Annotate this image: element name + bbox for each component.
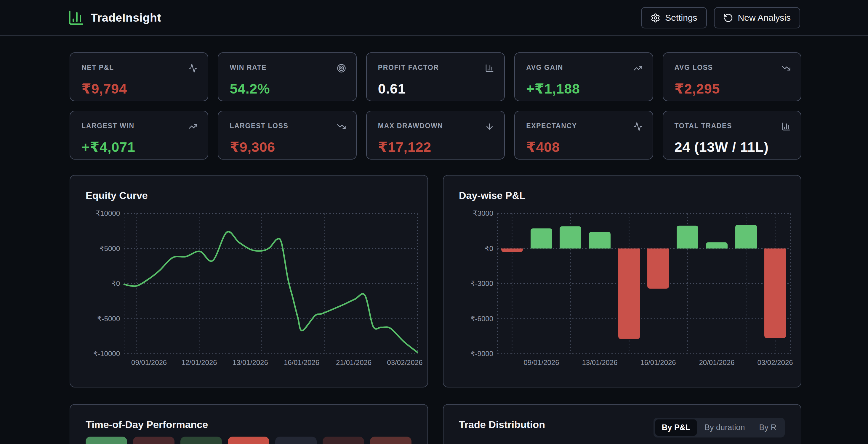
stat-card-win-rate: WIN RATE54.2% xyxy=(218,53,356,101)
trending-up-icon xyxy=(633,64,643,74)
settings-button-label: Settings xyxy=(665,13,697,23)
brand: TradeInsight xyxy=(67,9,161,26)
time-of-day-heatmap xyxy=(86,437,411,444)
stat-value: ₹9,306 xyxy=(229,139,346,155)
equity-curve-plot: ₹10000₹5000₹0₹-5000₹-1000009/01/202612/0… xyxy=(70,175,428,387)
daywise-bar xyxy=(706,242,727,249)
stat-label: LARGEST WIN xyxy=(82,122,134,130)
heatmap-tile xyxy=(86,437,127,444)
y-axis-tick-label: ₹10000 xyxy=(70,209,120,217)
daywise-bar xyxy=(531,229,552,249)
daywise-bar xyxy=(764,249,786,338)
trending-down-icon xyxy=(337,122,346,132)
daywise-bar xyxy=(618,249,640,339)
y-axis-tick-label: ₹-10000 xyxy=(70,349,120,358)
x-axis-tick-label: 09/01/2026 xyxy=(512,358,571,367)
activity-icon xyxy=(188,64,197,74)
x-axis-tick-label: 13/01/2026 xyxy=(570,358,629,367)
distribution-caption: How many trades fall in each P&L bucket … xyxy=(460,443,684,444)
stat-value: 54.2% xyxy=(229,80,346,97)
y-axis-tick-label: ₹0 xyxy=(443,244,493,253)
stat-label: AVG LOSS xyxy=(675,64,713,72)
y-axis-tick-label: ₹-3000 xyxy=(443,279,493,288)
trending-up-icon xyxy=(188,122,197,132)
equity-curve-card: Equity Curve ₹10000₹5000₹0₹-5000₹-100000… xyxy=(70,175,428,387)
new-analysis-button-label: New Analysis xyxy=(738,13,791,23)
stat-card-profit-factor: PROFIT FACTOR0.61 xyxy=(366,53,505,101)
daywise-bar xyxy=(647,249,669,288)
heatmap-tile xyxy=(180,437,222,444)
stat-value: +₹1,188 xyxy=(526,80,642,97)
daywise-pnl-card: Day-wise P&L ₹3000₹0₹-3000₹-6000₹-900009… xyxy=(443,175,801,387)
heatmap-tile xyxy=(322,437,364,444)
stat-label: NET P&L xyxy=(82,64,114,72)
daywise-bar xyxy=(560,226,581,248)
stat-card-avg-loss: AVG LOSS₹2,295 xyxy=(663,53,801,101)
bottom-row: Time-of-Day Performance Trade Distributi… xyxy=(70,404,801,444)
stat-label: PROFIT FACTOR xyxy=(378,64,439,72)
y-axis-tick-label: ₹5000 xyxy=(70,244,120,253)
gear-icon xyxy=(651,13,660,23)
distribution-tabs: By P&L By duration By R xyxy=(653,418,785,438)
time-of-day-title: Time-of-Day Performance xyxy=(86,419,208,431)
tab-by-r[interactable]: By R xyxy=(752,419,783,436)
y-axis-tick-label: ₹-5000 xyxy=(70,315,120,323)
stat-card-avg-gain: AVG GAIN+₹1,188 xyxy=(514,53,653,101)
stat-value: +₹4,071 xyxy=(82,139,197,155)
stat-value: ₹2,295 xyxy=(675,80,791,97)
trade-distribution-card: Trade Distribution By P&L By duration By… xyxy=(443,404,801,444)
daywise-bar xyxy=(735,225,757,248)
heatmap-tile xyxy=(228,437,269,444)
charts-row: Equity Curve ₹10000₹5000₹0₹-5000₹-100000… xyxy=(70,175,801,387)
stat-label: LARGEST LOSS xyxy=(229,122,288,130)
x-axis-tick-label: 13/01/2026 xyxy=(221,358,280,367)
x-axis-tick-label: 21/01/2026 xyxy=(324,358,383,367)
heatmap-tile xyxy=(275,437,317,444)
stat-label: AVG GAIN xyxy=(526,64,563,72)
stat-value: ₹408 xyxy=(526,139,642,155)
stat-card-largest-win: LARGEST WIN+₹4,071 xyxy=(70,111,208,160)
dashboard-main: NET P&L₹9,794WIN RATE54.2%PROFIT FACTOR0… xyxy=(0,36,868,444)
stat-value: 0.61 xyxy=(378,80,494,97)
y-axis-tick-label: ₹3000 xyxy=(443,209,493,217)
x-axis-tick-label: 20/01/2026 xyxy=(687,358,747,367)
stat-label: WIN RATE xyxy=(229,64,267,72)
y-axis-tick-label: ₹0 xyxy=(70,279,120,288)
heatmap-tile xyxy=(133,437,175,444)
daywise-bar xyxy=(677,226,698,248)
logo-bar-chart-icon xyxy=(67,9,85,26)
stats-grid: NET P&L₹9,794WIN RATE54.2%PROFIT FACTOR0… xyxy=(70,53,801,160)
x-axis-tick-label: 16/01/2026 xyxy=(629,358,688,367)
daywise-bar xyxy=(589,232,611,248)
x-axis-tick-label: 03/02/2026 xyxy=(746,358,805,367)
heatmap-tile xyxy=(370,437,411,444)
stat-card-net-p-l: NET P&L₹9,794 xyxy=(70,53,208,101)
bar-chart-icon xyxy=(485,64,494,74)
activity-icon xyxy=(633,122,643,132)
stat-card-largest-loss: LARGEST LOSS₹9,306 xyxy=(218,111,356,160)
x-axis-tick-label: 16/01/2026 xyxy=(272,358,331,367)
y-axis-tick-label: ₹-6000 xyxy=(443,315,493,323)
rotate-ccw-icon xyxy=(723,13,733,23)
x-axis-tick-label: 03/02/2026 xyxy=(375,358,434,367)
stat-value: 24 (13W / 11L) xyxy=(675,139,791,155)
y-axis-tick-label: ₹-9000 xyxy=(443,349,493,358)
new-analysis-button[interactable]: New Analysis xyxy=(714,7,800,28)
stat-value: ₹17,122 xyxy=(378,139,494,155)
app-title: TradeInsight xyxy=(91,11,161,24)
time-of-day-card: Time-of-Day Performance xyxy=(70,404,428,444)
daywise-pnl-plot: ₹3000₹0₹-3000₹-6000₹-900009/01/202613/01… xyxy=(443,175,801,387)
arrow-down-icon xyxy=(485,122,494,132)
settings-button[interactable]: Settings xyxy=(641,7,707,28)
tab-by-pnl[interactable]: By P&L xyxy=(655,419,697,436)
x-axis-tick-label: 12/01/2026 xyxy=(169,358,229,367)
trade-distribution-title: Trade Distribution xyxy=(459,419,545,431)
app-header: TradeInsight Settings New Analysis xyxy=(0,0,868,36)
trending-down-icon xyxy=(781,64,791,74)
tab-by-duration[interactable]: By duration xyxy=(698,419,751,436)
target-icon xyxy=(337,64,346,74)
bar-chart-icon xyxy=(781,122,791,132)
stat-value: ₹9,794 xyxy=(82,80,197,97)
header-actions: Settings New Analysis xyxy=(641,7,800,28)
stat-label: TOTAL TRADES xyxy=(675,122,732,130)
